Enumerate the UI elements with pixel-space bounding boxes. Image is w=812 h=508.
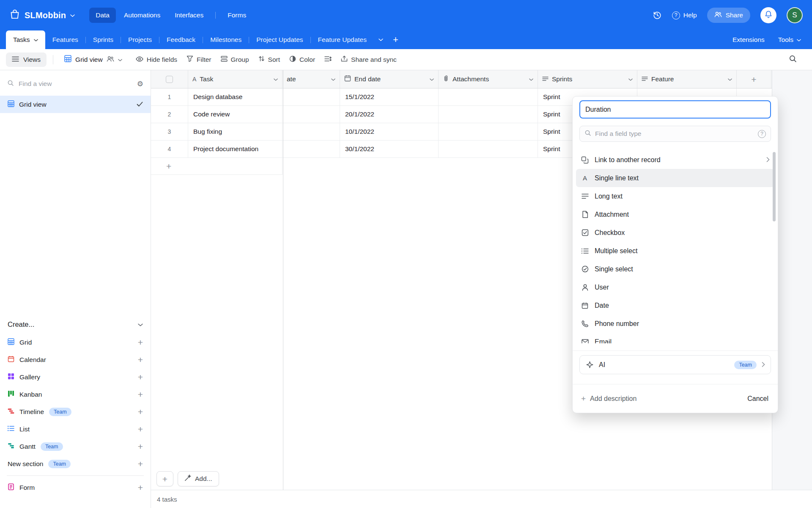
workspace-switcher[interactable]: SLMobbin — [9, 9, 75, 22]
row-height-button[interactable] — [320, 53, 336, 66]
add-field-header[interactable]: + — [737, 70, 771, 88]
history-icon[interactable] — [653, 11, 662, 20]
field-type-attachment[interactable]: Attachment — [576, 205, 774, 224]
share-and-sync-button[interactable]: Share and sync — [336, 52, 401, 66]
column-header-clipped[interactable]: ate — [283, 70, 340, 88]
tab-project-updates[interactable]: Project Updates — [249, 30, 310, 49]
cell-end-date[interactable]: 15/1/2022 — [340, 88, 439, 105]
add-view-icon[interactable]: + — [138, 459, 143, 468]
create-section-header[interactable]: Create... — [8, 315, 143, 334]
create-form-item[interactable]: Form + — [8, 479, 143, 496]
cell-task[interactable]: Bug fixing — [188, 123, 283, 140]
extensions-button[interactable]: Extensions — [732, 36, 765, 44]
add-with-ai-button[interactable]: Add... — [178, 471, 219, 486]
row-number[interactable]: 1 — [151, 88, 188, 105]
column-header-task[interactable]: A Task — [188, 70, 283, 88]
help-button[interactable]: ? Help — [672, 11, 697, 19]
add-view-icon[interactable]: + — [138, 355, 143, 364]
cell-clipped[interactable] — [283, 141, 340, 157]
field-type-long-text[interactable]: Long text — [576, 187, 774, 205]
tab-projects[interactable]: Projects — [121, 30, 159, 49]
cell-end-date[interactable]: 20/1/2022 — [340, 106, 439, 123]
row-number[interactable]: 4 — [151, 141, 188, 157]
cell-clipped[interactable] — [283, 88, 340, 105]
hide-fields-button[interactable]: Hide fields — [131, 53, 182, 66]
chevron-down-icon[interactable] — [728, 75, 732, 83]
scrollbar-thumb[interactable] — [773, 152, 776, 221]
tab-tasks[interactable]: Tasks — [6, 30, 45, 49]
cell-end-date[interactable]: 10/1/2022 — [340, 123, 439, 140]
create-gantt-item[interactable]: Gantt Team + — [8, 438, 143, 455]
cell-end-date[interactable]: 30/1/2022 — [340, 141, 439, 157]
chevron-down-icon[interactable] — [331, 75, 335, 83]
help-circle-icon[interactable]: ? — [758, 130, 766, 138]
add-view-icon[interactable]: + — [138, 373, 143, 381]
cell-attachments[interactable] — [439, 88, 538, 105]
add-view-icon[interactable]: + — [138, 483, 143, 492]
field-type-multiple-select[interactable]: Multiple select — [576, 242, 774, 260]
tab-features[interactable]: Features — [45, 30, 85, 49]
avatar[interactable]: S — [787, 7, 803, 23]
field-type-checkbox[interactable]: Checkbox — [576, 224, 774, 242]
cell-clipped[interactable] — [283, 106, 340, 123]
chevron-down-icon[interactable] — [274, 75, 278, 83]
column-header-sprints[interactable]: Sprints — [538, 70, 637, 88]
chevron-down-icon[interactable] — [430, 75, 434, 83]
create-list-item[interactable]: List + — [8, 420, 143, 438]
field-type-email[interactable]: Email — [576, 333, 774, 343]
cell-task[interactable]: Design database — [188, 88, 283, 105]
more-tables-chevron[interactable] — [374, 30, 388, 49]
column-header-attachments[interactable]: Attachments — [439, 70, 538, 88]
cell-task[interactable]: Code review — [188, 106, 283, 123]
group-button[interactable]: Group — [216, 53, 254, 66]
add-row-cell[interactable]: + — [151, 158, 283, 175]
add-record-button[interactable]: + — [156, 471, 173, 486]
add-view-icon[interactable]: + — [138, 425, 143, 433]
create-timeline-item[interactable]: Timeline Team + — [8, 403, 143, 420]
cell-attachments[interactable] — [439, 123, 538, 140]
create-gallery-item[interactable]: Gallery + — [8, 368, 143, 386]
field-type-phone-number[interactable]: Phone number — [576, 315, 774, 333]
nav-data[interactable]: Data — [89, 8, 116, 23]
tab-sprints[interactable]: Sprints — [86, 30, 121, 49]
color-button[interactable]: Color — [285, 52, 320, 67]
search-icon[interactable] — [785, 51, 800, 68]
field-type-single-select[interactable]: Single select — [576, 260, 774, 278]
filter-button[interactable]: Filter — [182, 52, 216, 66]
create-new-section-item[interactable]: New section Team + — [8, 455, 143, 472]
nav-interfaces[interactable]: Interfaces — [168, 8, 210, 23]
select-all-header[interactable] — [151, 70, 188, 88]
field-type-user[interactable]: User — [576, 278, 774, 296]
row-number[interactable]: 2 — [151, 106, 188, 123]
chevron-down-icon[interactable] — [628, 75, 633, 83]
cancel-button[interactable]: Cancel — [747, 395, 768, 403]
select-all-checkbox[interactable] — [166, 76, 173, 83]
nav-automations[interactable]: Automations — [118, 8, 167, 23]
cell-clipped[interactable] — [283, 123, 340, 140]
create-kanban-item[interactable]: Kanban + — [8, 386, 143, 403]
views-sidebar-toggle[interactable]: Views — [6, 52, 47, 67]
add-table-button[interactable]: + — [388, 30, 403, 49]
cell-attachments[interactable] — [439, 106, 538, 123]
frozen-column-divider[interactable] — [283, 70, 283, 490]
add-view-icon[interactable]: + — [138, 338, 143, 347]
column-header-feature[interactable]: Feature — [637, 70, 737, 88]
gear-icon[interactable]: ⚙ — [137, 80, 143, 88]
grid-view-switcher[interactable]: Grid view — [60, 52, 127, 67]
field-type-link-record[interactable]: Link to another record — [576, 151, 774, 169]
add-description-button[interactable]: + Add description — [581, 395, 636, 403]
tab-feature-updates[interactable]: Feature Updates — [311, 30, 374, 49]
nav-forms[interactable]: Forms — [221, 8, 252, 23]
notifications-button[interactable] — [760, 7, 776, 23]
create-grid-item[interactable]: Grid + — [8, 334, 143, 351]
add-view-icon[interactable]: + — [138, 390, 143, 399]
row-number[interactable]: 3 — [151, 123, 188, 140]
sidebar-item-grid-view[interactable]: Grid view — [0, 96, 151, 113]
add-view-icon[interactable]: + — [138, 442, 143, 451]
field-name-input[interactable] — [579, 100, 771, 119]
share-button[interactable]: Share — [707, 8, 750, 23]
field-type-ai[interactable]: AI Team — [579, 355, 771, 374]
field-type-date[interactable]: Date — [576, 296, 774, 315]
cell-attachments[interactable] — [439, 141, 538, 157]
field-type-single-line-text[interactable]: A Single line text — [576, 169, 774, 187]
